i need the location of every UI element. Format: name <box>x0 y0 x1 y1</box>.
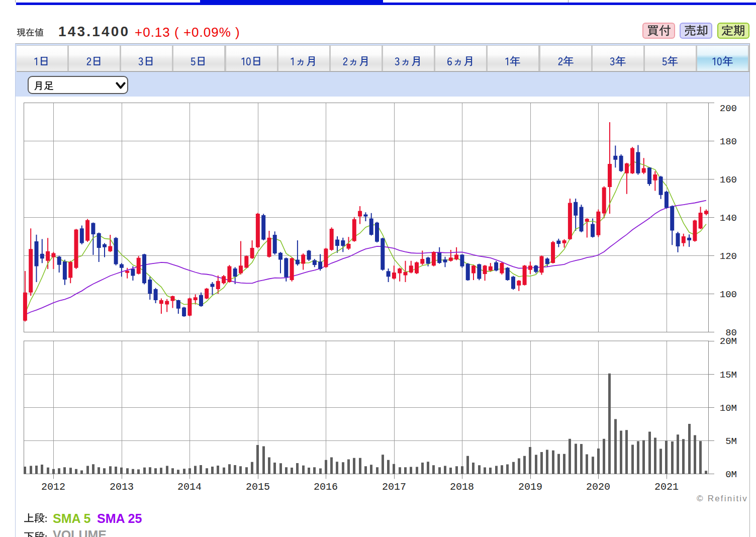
svg-text:2014: 2014 <box>177 481 202 493</box>
svg-text:2021: 2021 <box>654 481 679 493</box>
svg-text:2015: 2015 <box>246 481 270 493</box>
svg-text:20M: 20M <box>720 336 737 347</box>
svg-text:200: 200 <box>720 103 737 114</box>
svg-text:2016: 2016 <box>314 481 338 493</box>
svg-text:0M: 0M <box>725 469 737 480</box>
svg-text:160: 160 <box>720 174 737 186</box>
svg-text:2020: 2020 <box>586 481 610 493</box>
svg-text:10M: 10M <box>720 403 737 414</box>
svg-text:2017: 2017 <box>382 481 406 493</box>
svg-text:© Refinitiv: © Refinitiv <box>697 494 748 503</box>
svg-text:2013: 2013 <box>110 481 134 493</box>
svg-text:15M: 15M <box>720 370 737 381</box>
svg-text:100: 100 <box>720 289 737 300</box>
svg-text:140: 140 <box>720 213 737 224</box>
svg-text:120: 120 <box>720 251 737 262</box>
svg-text:5M: 5M <box>725 436 737 447</box>
svg-text:2012: 2012 <box>41 481 65 493</box>
svg-text:2018: 2018 <box>450 481 474 493</box>
svg-text:180: 180 <box>720 136 737 147</box>
svg-text:2019: 2019 <box>518 481 542 493</box>
